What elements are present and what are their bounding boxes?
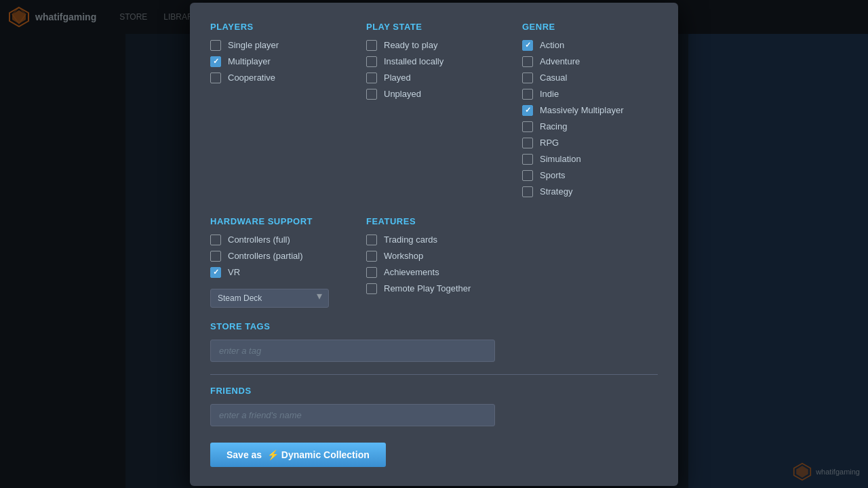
checkbox-workshop-box[interactable]	[366, 251, 377, 262]
steam-deck-dropdown-wrapper: Steam Deck Any Verified Playable Unsuppo…	[210, 283, 329, 308]
modal-overlay: PLAYERS Single player Multiplayer Cooper…	[0, 0, 868, 488]
players-title: PLAYERS	[210, 22, 346, 32]
divider	[210, 374, 658, 375]
checkbox-massively-multiplayer-box[interactable]	[522, 105, 533, 116]
store-tags-title: STORE TAGS	[210, 321, 658, 331]
checkbox-multiplayer-box[interactable]	[210, 56, 221, 67]
checkbox-casual-box[interactable]	[522, 73, 533, 83]
store-tags-section: STORE TAGS	[210, 321, 658, 362]
checkbox-remote-play-together-box[interactable]	[366, 283, 377, 294]
play-state-section: PLAY STATE Ready to play Installed local…	[366, 22, 502, 203]
filter-modal: PLAYERS Single player Multiplayer Cooper…	[190, 3, 678, 486]
checkbox-unplayed[interactable]: Unplayed	[366, 89, 502, 100]
checkbox-indie[interactable]: Indie	[522, 89, 658, 100]
checkbox-vr[interactable]: VR	[210, 267, 346, 278]
checkbox-massively-multiplayer-label: Massively Multiplayer	[540, 105, 624, 115]
checkbox-remote-play-together[interactable]: Remote Play Together	[366, 283, 502, 294]
checkbox-installed-locally[interactable]: Installed locally	[366, 56, 502, 67]
checkbox-single-player-label: Single player	[228, 40, 279, 50]
save-button-text: Save as ⚡ Dynamic Collection	[226, 449, 370, 460]
checkbox-vr-box[interactable]	[210, 267, 221, 278]
steam-deck-dropdown[interactable]: Steam Deck Any Verified Playable Unsuppo…	[210, 289, 329, 308]
friends-section: FRIENDS	[210, 386, 658, 426]
checkbox-controllers-partial-label: Controllers (partial)	[228, 251, 303, 261]
checkbox-cooperative[interactable]: Cooperative	[210, 73, 346, 83]
checkbox-action[interactable]: Action	[522, 40, 658, 51]
checkbox-rpg[interactable]: RPG	[522, 138, 658, 148]
checkbox-trading-cards-label: Trading cards	[384, 235, 437, 245]
checkbox-strategy-box[interactable]	[522, 186, 533, 197]
checkbox-cooperative-label: Cooperative	[228, 73, 275, 83]
features-title: FEATURES	[366, 216, 502, 226]
checkbox-achievements[interactable]: Achievements	[366, 267, 502, 278]
checkbox-unplayed-box[interactable]	[366, 89, 377, 100]
checkbox-cooperative-box[interactable]	[210, 73, 221, 83]
checkbox-sports-label: Sports	[540, 170, 566, 180]
checkbox-workshop[interactable]: Workshop	[366, 251, 502, 262]
players-section: PLAYERS Single player Multiplayer Cooper…	[210, 22, 346, 203]
checkbox-adventure-label: Adventure	[540, 56, 580, 66]
checkbox-installed-locally-label: Installed locally	[384, 56, 443, 66]
checkbox-sports[interactable]: Sports	[522, 170, 658, 181]
checkbox-casual-label: Casual	[540, 73, 567, 83]
checkbox-single-player-box[interactable]	[210, 40, 221, 51]
checkbox-simulation[interactable]: Simulation	[522, 154, 658, 165]
checkbox-workshop-label: Workshop	[384, 251, 423, 261]
checkbox-ready-to-play-label: Ready to play	[384, 40, 438, 50]
checkbox-trading-cards[interactable]: Trading cards	[366, 235, 502, 245]
checkbox-controllers-partial[interactable]: Controllers (partial)	[210, 251, 346, 262]
checkbox-sports-box[interactable]	[522, 170, 533, 181]
checkbox-racing-box[interactable]	[522, 121, 533, 132]
checkbox-multiplayer[interactable]: Multiplayer	[210, 56, 346, 67]
checkbox-action-label: Action	[540, 40, 564, 50]
checkbox-simulation-box[interactable]	[522, 154, 533, 165]
checkbox-controllers-full-box[interactable]	[210, 235, 221, 245]
friends-title: FRIENDS	[210, 386, 658, 396]
checkbox-played-box[interactable]	[366, 73, 377, 83]
checkbox-vr-label: VR	[228, 267, 240, 277]
checkbox-multiplayer-label: Multiplayer	[228, 56, 271, 66]
checkbox-adventure-box[interactable]	[522, 56, 533, 67]
checkbox-indie-box[interactable]	[522, 89, 533, 100]
checkbox-trading-cards-box[interactable]	[366, 235, 377, 245]
checkbox-unplayed-label: Unplayed	[384, 89, 421, 99]
checkbox-achievements-label: Achievements	[384, 267, 439, 277]
checkbox-controllers-full[interactable]: Controllers (full)	[210, 235, 346, 245]
checkbox-simulation-label: Simulation	[540, 154, 581, 164]
checkbox-racing-label: Racing	[540, 121, 567, 131]
genre-title: GENRE	[522, 22, 658, 32]
checkbox-achievements-box[interactable]	[366, 267, 377, 278]
modal-top-grid: PLAYERS Single player Multiplayer Cooper…	[210, 22, 658, 308]
genre-section: GENRE Action Adventure Casual Indie	[522, 22, 658, 203]
checkbox-adventure[interactable]: Adventure	[522, 56, 658, 67]
features-section: FEATURES Trading cards Workshop Achievem…	[366, 216, 502, 308]
checkbox-casual[interactable]: Casual	[522, 73, 658, 83]
hardware-support-title: HARDWARE SUPPORT	[210, 216, 346, 226]
friends-input[interactable]	[210, 404, 495, 426]
checkbox-racing[interactable]: Racing	[522, 121, 658, 132]
store-tags-input[interactable]	[210, 340, 495, 362]
play-state-title: PLAY STATE	[366, 22, 502, 32]
checkbox-strategy-label: Strategy	[540, 186, 572, 197]
checkbox-single-player[interactable]: Single player	[210, 40, 346, 51]
checkbox-played[interactable]: Played	[366, 73, 502, 83]
checkbox-action-box[interactable]	[522, 40, 533, 51]
checkbox-ready-to-play-box[interactable]	[366, 40, 377, 51]
checkbox-massively-multiplayer[interactable]: Massively Multiplayer	[522, 105, 658, 116]
checkbox-rpg-box[interactable]	[522, 138, 533, 148]
hardware-support-section: HARDWARE SUPPORT Controllers (full) Cont…	[210, 216, 346, 308]
checkbox-rpg-label: RPG	[540, 138, 559, 148]
save-dynamic-collection-button[interactable]: Save as ⚡ Dynamic Collection	[210, 443, 386, 467]
checkbox-strategy[interactable]: Strategy	[522, 186, 658, 197]
checkbox-controllers-partial-box[interactable]	[210, 251, 221, 262]
checkbox-controllers-full-label: Controllers (full)	[228, 235, 290, 245]
checkbox-indie-label: Indie	[540, 89, 559, 99]
checkbox-remote-play-together-label: Remote Play Together	[384, 283, 471, 293]
checkbox-played-label: Played	[384, 73, 411, 83]
checkbox-ready-to-play[interactable]: Ready to play	[366, 40, 502, 51]
checkbox-installed-locally-box[interactable]	[366, 56, 377, 67]
